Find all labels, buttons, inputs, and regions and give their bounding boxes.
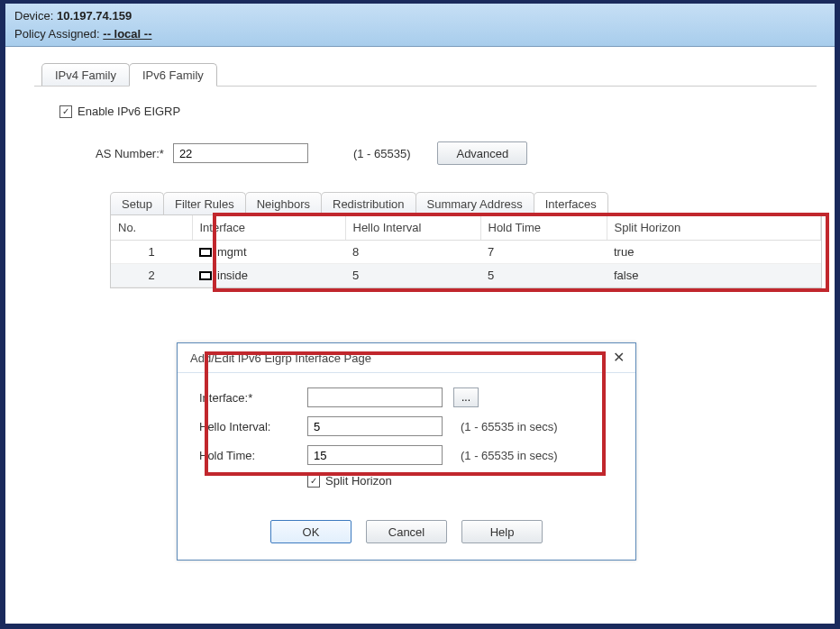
tab-ipv4-family[interactable]: IPv4 Family [41, 63, 130, 86]
as-number-label: AS Number:* [96, 147, 164, 160]
tab-neighbors[interactable]: Neighbors [245, 192, 322, 214]
interface-input[interactable] [307, 387, 443, 407]
tab-filter-rules[interactable]: Filter Rules [163, 192, 246, 214]
tab-summary-address[interactable]: Summary Address [415, 192, 534, 214]
dialog-title-text: Add/Edit IPv6 Eigrp Interface Page [190, 351, 371, 365]
hello-interval-label: Hello Interval: [199, 420, 307, 433]
cell-interface: inside [192, 264, 345, 287]
cell-split: false [607, 264, 821, 287]
tab-interfaces[interactable]: Interfaces [534, 192, 608, 215]
enable-ipv6-eigrp-row: ✓ Enable IPv6 EIGRP [59, 105, 799, 118]
cell-hold: 5 [480, 264, 607, 287]
tab-redistribution[interactable]: Redistribution [321, 192, 416, 214]
as-number-input[interactable] [173, 143, 308, 163]
hello-range-hint: (1 - 65535 in secs) [461, 420, 558, 433]
policy-label: Policy Assigned: [14, 27, 100, 41]
close-icon[interactable]: ✕ [613, 351, 625, 365]
advanced-button[interactable]: Advanced [437, 141, 527, 165]
enable-ipv6-eigrp-label: Enable IPv6 EIGRP [78, 105, 180, 118]
interface-icon [199, 271, 212, 280]
device-ip: 10.197.74.159 [57, 9, 132, 23]
interface-icon [199, 248, 212, 257]
browse-button[interactable]: ... [453, 387, 479, 407]
tab-ipv6-family[interactable]: IPv6 Family [129, 63, 217, 87]
ip-family-tabs: IPv4 Family IPv6 Family [41, 63, 817, 87]
ok-button[interactable]: OK [270, 520, 352, 543]
device-label: Device: [14, 9, 53, 23]
hold-time-input[interactable] [307, 445, 443, 465]
col-no[interactable]: No. [111, 215, 192, 241]
as-number-range: (1 - 65535) [353, 147, 411, 160]
interfaces-table: No. Interface Hello Interval Hold Time S… [111, 215, 821, 287]
col-interface[interactable]: Interface [192, 215, 345, 241]
hello-interval-input[interactable] [307, 416, 443, 436]
inner-tabs: Setup Filter Rules Neighbors Redistribut… [110, 192, 822, 215]
cell-split: true [607, 241, 821, 264]
cell-hello: 5 [345, 264, 480, 287]
col-hello[interactable]: Hello Interval [345, 215, 480, 241]
col-hold[interactable]: Hold Time [480, 215, 607, 241]
interfaces-table-wrap: No. Interface Hello Interval Hold Time S… [110, 215, 822, 288]
cell-interface: mgmt [192, 241, 345, 264]
cell-no: 1 [111, 241, 192, 264]
split-horizon-checkbox[interactable]: ✓ [307, 475, 320, 488]
table-row[interactable]: 2 inside 5 5 false [111, 264, 821, 287]
split-horizon-label: Split Horizon [325, 474, 392, 488]
help-button[interactable]: Help [461, 520, 543, 543]
hold-range-hint: (1 - 65535 in secs) [461, 449, 558, 462]
tab-setup[interactable]: Setup [110, 192, 164, 214]
enable-ipv6-eigrp-checkbox[interactable]: ✓ [59, 105, 72, 118]
cell-hold: 7 [480, 241, 607, 264]
hold-time-label: Hold Time: [199, 449, 307, 462]
cancel-button[interactable]: Cancel [366, 520, 447, 543]
interface-label: Interface:* [199, 391, 307, 405]
table-row[interactable]: 1 mgmt 8 7 true [111, 241, 821, 264]
header-bar: Device: 10.197.74.159 Policy Assigned: -… [5, 4, 835, 47]
col-split[interactable]: Split Horizon [607, 215, 821, 241]
dialog-titlebar: Add/Edit IPv6 Eigrp Interface Page ✕ [178, 343, 635, 373]
policy-value: -- local -- [103, 27, 151, 41]
cell-hello: 8 [345, 241, 480, 264]
add-edit-dialog: Add/Edit IPv6 Eigrp Interface Page ✕ Int… [177, 342, 636, 561]
as-number-row: AS Number:* (1 - 65535) Advanced [96, 141, 799, 165]
cell-no: 2 [111, 264, 192, 287]
